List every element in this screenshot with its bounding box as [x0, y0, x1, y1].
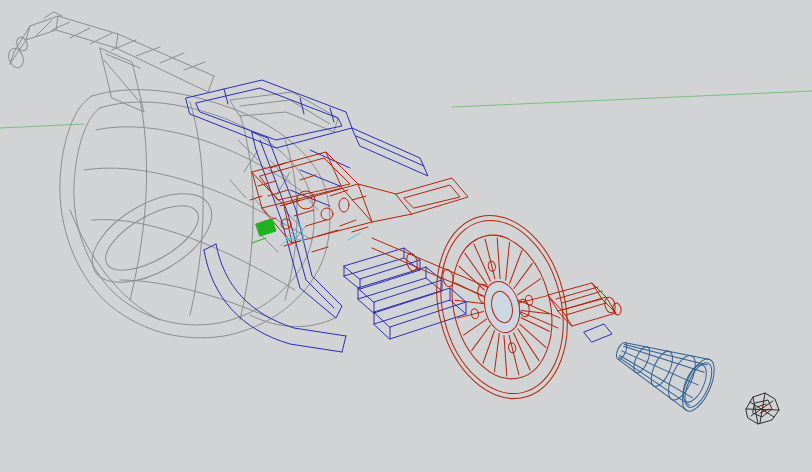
viewport-background [0, 0, 812, 472]
cad-viewport[interactable] [0, 0, 812, 472]
viewport-canvas[interactable] [0, 0, 812, 472]
